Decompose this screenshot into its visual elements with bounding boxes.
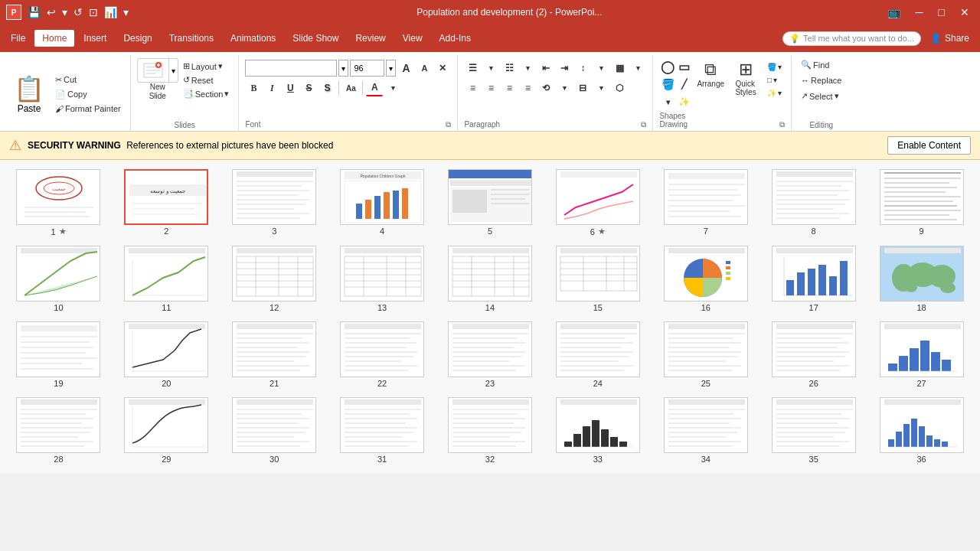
- qa-dropdown[interactable]: ▾: [122, 5, 130, 20]
- shape-more[interactable]: ▾: [659, 93, 676, 110]
- slide-thumb-19[interactable]: 19: [8, 320, 109, 390]
- bullets-dropdown[interactable]: ▾: [482, 60, 499, 77]
- slide-thumb-20[interactable]: 20: [116, 320, 217, 390]
- shadow-button[interactable]: S: [318, 80, 335, 96]
- menu-transitions[interactable]: Transitions: [162, 30, 221, 47]
- slide-thumb-14[interactable]: 14: [439, 244, 541, 314]
- line-spacing-button[interactable]: ↕: [574, 60, 591, 77]
- redo-button[interactable]: ↺: [72, 5, 84, 20]
- numbered-dropdown[interactable]: ▾: [519, 60, 536, 77]
- numbered-button[interactable]: ☷: [501, 60, 518, 77]
- undo-dropdown[interactable]: ▾: [60, 5, 69, 20]
- section-button[interactable]: 📑 Section ▾: [180, 87, 233, 100]
- shape-outline-button[interactable]: □▾: [764, 74, 785, 86]
- copy-button[interactable]: 📄 Copy: [52, 88, 124, 101]
- shape-effect[interactable]: ✨: [675, 93, 692, 110]
- shape-oval[interactable]: ◯: [659, 58, 676, 75]
- align-left-button[interactable]: ≡: [464, 80, 481, 96]
- slide-thumb-7[interactable]: 7: [655, 168, 756, 238]
- quick-styles-button[interactable]: ⊞ QuickStyles: [730, 58, 761, 98]
- slide-thumb-26[interactable]: 26: [763, 320, 864, 390]
- shape-fill-button[interactable]: 🪣▾: [764, 61, 785, 73]
- strikethrough-button[interactable]: S: [300, 80, 317, 96]
- menu-animations[interactable]: Animations: [223, 30, 283, 47]
- slide-thumb-21[interactable]: 21: [224, 320, 325, 390]
- customize-qa-button[interactable]: ⊡: [87, 5, 100, 20]
- slide-thumb-31[interactable]: 31: [332, 396, 433, 465]
- tell-me-input[interactable]: 💡 Tell me what you want to do...: [782, 31, 921, 46]
- shape-fill[interactable]: 🪣: [659, 76, 676, 93]
- menu-view[interactable]: View: [395, 30, 430, 47]
- menu-review[interactable]: Review: [348, 30, 393, 47]
- decrease-indent-button[interactable]: ⇤: [537, 60, 554, 77]
- slide-thumb-33[interactable]: 33: [547, 396, 648, 465]
- menu-insert[interactable]: Insert: [76, 30, 114, 47]
- font-color-button[interactable]: A: [366, 80, 383, 96]
- slide-thumb-32[interactable]: 32: [439, 396, 541, 465]
- layout-button[interactable]: ⊞ Layout ▾: [180, 60, 233, 73]
- slide-panel[interactable]: جمعیت 1★ جمعیت و توسعه 2: [0, 160, 980, 473]
- menu-slideshow[interactable]: Slide Show: [285, 30, 346, 47]
- clear-format-button[interactable]: ✕: [434, 60, 451, 77]
- close-button[interactable]: ✕: [956, 5, 974, 20]
- share-button[interactable]: 👤 Share: [923, 30, 977, 47]
- replace-button[interactable]: ↔ Replace: [798, 74, 844, 86]
- arrange-button[interactable]: ⧉ Arrange: [694, 58, 727, 90]
- undo-button[interactable]: ↩: [45, 5, 57, 20]
- shape-effects-button[interactable]: ✨▾: [764, 87, 785, 99]
- slide-thumb-13[interactable]: 13: [332, 244, 433, 314]
- font-size-input[interactable]: 96: [350, 60, 384, 77]
- new-slide-button[interactable]: ▾ NewSlide: [137, 58, 178, 101]
- increase-font-button[interactable]: A: [397, 60, 414, 77]
- slide-thumb-22[interactable]: 22: [332, 320, 433, 390]
- new-slide-dropdown[interactable]: ▾: [169, 59, 178, 82]
- slide-thumb-25[interactable]: 25: [655, 320, 756, 390]
- shape-line[interactable]: ╱: [675, 76, 692, 93]
- enable-content-button[interactable]: Enable Content: [887, 136, 971, 155]
- smartart-button[interactable]: ⬡: [611, 80, 628, 96]
- slide-thumb-29[interactable]: 29: [116, 396, 217, 465]
- bold-button[interactable]: B: [245, 80, 262, 96]
- align-text-button[interactable]: ⊟: [574, 80, 591, 96]
- font-size-dropdown[interactable]: ▾: [386, 60, 396, 77]
- underline-button[interactable]: U: [282, 80, 299, 96]
- para-dialog-launcher[interactable]: ⧉: [641, 120, 646, 129]
- italic-button[interactable]: I: [263, 80, 280, 96]
- slide-thumb-34[interactable]: 34: [655, 396, 756, 465]
- slide-thumb-2[interactable]: جمعیت و توسعه 2: [116, 168, 217, 238]
- shape-rect[interactable]: ▭: [675, 58, 692, 75]
- align-center-button[interactable]: ≡: [482, 80, 499, 96]
- reset-button[interactable]: ↺ Reset: [180, 73, 233, 86]
- slide-thumb-27[interactable]: 27: [871, 320, 972, 390]
- slide-thumb-23[interactable]: 23: [439, 320, 541, 390]
- slide-thumb-6[interactable]: 6★: [547, 168, 648, 238]
- line-spacing-dropdown[interactable]: ▾: [593, 60, 609, 77]
- menu-file[interactable]: File: [3, 30, 33, 47]
- font-name-dropdown[interactable]: ▾: [338, 60, 348, 77]
- increase-indent-button[interactable]: ⇥: [556, 60, 573, 77]
- find-button[interactable]: 🔍 Find: [798, 58, 832, 71]
- slide-thumb-17[interactable]: 17: [763, 244, 864, 314]
- columns-dropdown[interactable]: ▾: [629, 60, 646, 77]
- slide-thumb-15[interactable]: 15: [547, 244, 648, 314]
- slide-thumb-12[interactable]: 12: [224, 244, 325, 314]
- presentation-view-button[interactable]: 📊: [103, 5, 119, 20]
- slide-thumb-36[interactable]: 36: [871, 396, 972, 465]
- font-color-dropdown[interactable]: ▾: [384, 80, 401, 96]
- save-button[interactable]: 💾: [26, 5, 42, 20]
- paste-button[interactable]: 📋 Paste: [9, 73, 49, 116]
- format-painter-button[interactable]: 🖌 Format Painter: [52, 103, 124, 115]
- slide-thumb-4[interactable]: Population Children Graph 4: [332, 168, 433, 238]
- slide-thumb-24[interactable]: 24: [547, 320, 648, 390]
- slide-thumb-8[interactable]: 8: [763, 168, 864, 238]
- select-button[interactable]: ↗ Select ▾: [798, 90, 842, 103]
- slide-thumb-10[interactable]: 10: [8, 244, 109, 314]
- presentation-button[interactable]: 📺: [883, 5, 905, 20]
- menu-addins[interactable]: Add-Ins: [432, 30, 479, 47]
- slide-thumb-9[interactable]: 9: [871, 168, 972, 238]
- font-dialog-launcher[interactable]: ⧉: [446, 120, 451, 129]
- change-case-button[interactable]: Aa: [342, 80, 359, 96]
- text-direction-button[interactable]: ⟲: [537, 80, 554, 96]
- bullets-button[interactable]: ☰: [464, 60, 481, 77]
- slide-thumb-3[interactable]: 3: [224, 168, 325, 238]
